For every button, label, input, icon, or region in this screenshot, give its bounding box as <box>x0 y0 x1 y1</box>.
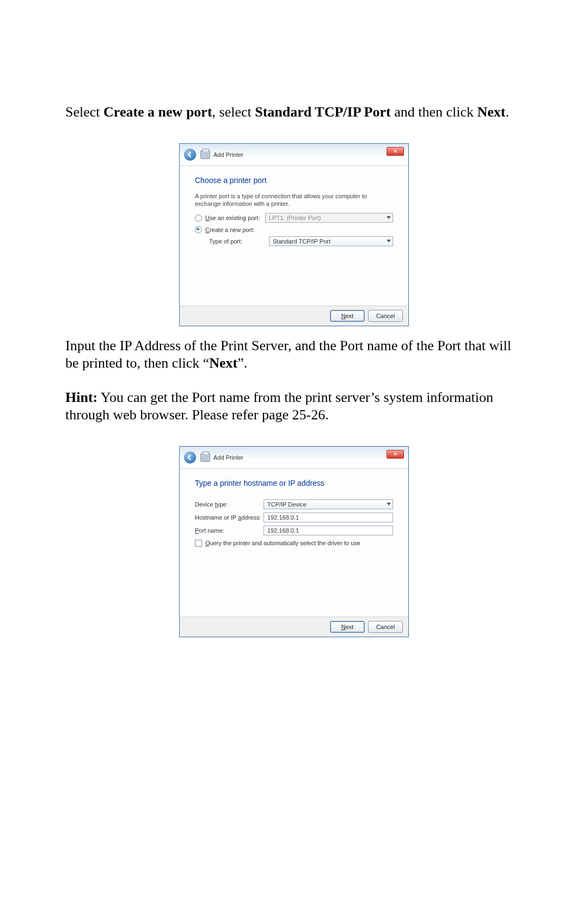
device-type-label: Device type: <box>195 501 264 508</box>
dropdown-value: LPT1: (Printer Port) <box>269 215 321 221</box>
back-button[interactable] <box>184 149 196 161</box>
bold-text: Next <box>209 355 237 371</box>
chevron-down-icon <box>387 216 391 219</box>
accelerator: U <box>205 215 210 221</box>
option-create-port-row: Create a new port: <box>195 226 393 233</box>
option-existing-port-label: Use an existing port: <box>205 215 265 221</box>
text: Input the IP Address of the Print Server… <box>65 338 511 371</box>
text: Hostname or IP <box>195 514 238 521</box>
port-name-label: Port name: <box>195 527 264 534</box>
bold-text: Next <box>477 104 506 120</box>
hostname-row: Hostname or IP address: 192.168.0.1 <box>195 513 393 522</box>
accelerator: N <box>341 313 346 319</box>
text: Device <box>195 501 215 508</box>
wizard-body: Type a printer hostname or IP address De… <box>180 469 408 617</box>
next-button[interactable]: Next <box>330 310 365 322</box>
close-button[interactable]: ✕ <box>387 147 404 156</box>
printer-icon <box>200 453 210 462</box>
printer-icon <box>200 150 210 159</box>
accelerator: C <box>205 227 210 233</box>
arrow-left-icon <box>187 151 193 158</box>
text: ext <box>346 624 354 630</box>
chevron-down-icon <box>387 503 391 505</box>
text: ext <box>346 313 354 319</box>
text: reate a new port: <box>210 227 255 233</box>
query-printer-row: Query the printer and automatically sele… <box>195 540 393 547</box>
wizard-heading: Type a printer hostname or IP address <box>195 479 393 487</box>
accelerator: N <box>341 624 346 630</box>
cancel-button[interactable]: Cancel <box>368 621 403 633</box>
query-printer-label: Query the printer and automatically sele… <box>205 540 360 546</box>
text: You can get the Port name from the print… <box>65 389 493 423</box>
type-of-port-row: Type of port: Standard TCP/IP Port <box>195 236 393 246</box>
arrow-left-icon <box>187 454 193 461</box>
wizard-body: Choose a printer port A printer port is … <box>180 166 408 306</box>
wizard-description: A printer port is a type of connection t… <box>195 192 393 208</box>
wizard-footer: Next Cancel <box>180 617 408 637</box>
query-printer-checkbox[interactable] <box>195 540 202 547</box>
type-of-port-dropdown[interactable]: Standard TCP/IP Port <box>269 236 393 246</box>
hostname-input[interactable]: 192.168.0.1 <box>264 513 393 522</box>
bold-text: Hint: <box>65 389 97 405</box>
wizard-footer: Next Cancel <box>180 306 408 326</box>
device-type-row: Device type: TCP/IP Device <box>195 499 393 509</box>
text: . <box>506 104 510 120</box>
back-button[interactable] <box>184 452 196 463</box>
option-existing-port-row: Use an existing port: LPT1: (Printer Por… <box>195 213 393 223</box>
bold-text: Create a new port <box>103 104 212 120</box>
accelerator: Q <box>205 540 210 546</box>
add-printer-wizard-2: Add Printer ✕ Type a printer hostname or… <box>179 446 409 637</box>
hostname-label: Hostname or IP address: <box>195 514 264 521</box>
text: se an existing port: <box>210 215 260 221</box>
hint-paragraph: Hint: You can get the Port name from the… <box>65 389 523 424</box>
type-of-port-label: Type of port: <box>209 238 269 245</box>
text: Select <box>65 104 103 120</box>
dropdown-value: TCP/IP Device <box>267 501 307 508</box>
close-button[interactable]: ✕ <box>387 450 404 459</box>
wizard-title: Add Printer <box>213 151 243 158</box>
wizard-titlebar: Add Printer ✕ <box>180 144 408 166</box>
chevron-down-icon <box>387 240 391 242</box>
wizard-heading: Choose a printer port <box>195 176 393 185</box>
port-name-row: Port name: 192.168.0.1 <box>195 526 393 535</box>
text: ype: <box>217 501 228 508</box>
text: ddress: <box>241 514 261 521</box>
add-printer-wizard-1: Add Printer ✕ Choose a printer port A pr… <box>179 143 409 326</box>
next-button[interactable]: Next <box>330 621 365 633</box>
device-type-dropdown[interactable]: TCP/IP Device <box>264 499 393 509</box>
dropdown-value: Standard TCP/IP Port <box>273 238 330 245</box>
bold-text: Standard TCP/IP Port <box>255 104 390 120</box>
wizard-titlebar: Add Printer ✕ <box>180 447 408 469</box>
existing-port-dropdown: LPT1: (Printer Port) <box>265 213 393 223</box>
port-name-input[interactable]: 192.168.0.1 <box>264 526 393 535</box>
text: ”. <box>237 355 247 371</box>
cancel-button[interactable]: Cancel <box>368 310 403 322</box>
radio-create-port[interactable] <box>195 226 202 233</box>
text: ort name: <box>199 527 224 534</box>
instruction-2: Input the IP Address of the Print Server… <box>65 337 523 373</box>
text: and then click <box>391 104 477 120</box>
text: , select <box>212 104 255 120</box>
wizard-title: Add Printer <box>213 454 243 461</box>
text: uery the printer and automatically selec… <box>210 540 360 546</box>
instruction-1: Select Create a new port, select Standar… <box>65 103 523 121</box>
option-create-port-label: Create a new port: <box>205 227 265 233</box>
radio-existing-port[interactable] <box>195 215 202 222</box>
